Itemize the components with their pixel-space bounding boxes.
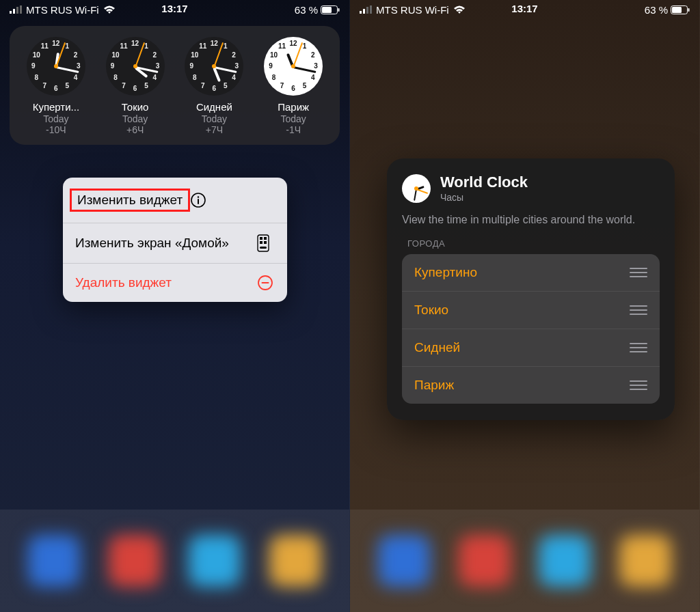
city-row[interactable]: Купертино [402, 254, 660, 292]
dock-app[interactable] [539, 535, 591, 587]
clock-city-label: Куперти... [19, 101, 93, 113]
svg-rect-0 [10, 11, 12, 14]
clock-app-icon [402, 174, 431, 203]
svg-rect-31 [630, 343, 647, 344]
svg-rect-25 [630, 268, 647, 269]
dock [350, 510, 699, 612]
dock-app[interactable] [619, 535, 671, 587]
svg-rect-6 [338, 8, 340, 12]
svg-rect-1 [13, 9, 15, 14]
svg-rect-30 [630, 314, 647, 315]
city-name-label: Париж [414, 378, 630, 393]
menu-edit-widget[interactable]: Изменить виджет [63, 178, 287, 223]
city-list: КупертиноТокиоСиднейПариж [402, 254, 660, 404]
svg-rect-3 [20, 5, 22, 14]
phone-left: MTS RUS Wi-Fi 13:17 63 % 123456789101112… [0, 0, 350, 612]
dock-app[interactable] [28, 535, 80, 587]
editor-subtitle: Часы [440, 192, 528, 203]
city-row[interactable]: Париж [402, 367, 660, 404]
svg-rect-14 [264, 241, 267, 244]
city-name-label: Токио [414, 303, 630, 318]
svg-rect-11 [260, 237, 262, 240]
clock-face: 123456789101112 [264, 37, 323, 96]
status-time: 13:17 [161, 3, 187, 14]
drag-handle-icon[interactable] [630, 343, 647, 352]
widget-context-menu: Изменить виджет Изменить экран «Домой» У… [63, 178, 287, 302]
svg-rect-21 [370, 5, 372, 14]
editor-title: World Clock [440, 173, 528, 191]
clock-day-label: Today [98, 113, 172, 124]
clock-offset-label: +6Ч [98, 124, 172, 135]
clock-day-label: Today [177, 113, 251, 124]
svg-rect-19 [363, 9, 365, 14]
battery-icon [321, 5, 340, 14]
svg-rect-34 [630, 380, 647, 382]
clock-face: 123456789101112 [185, 37, 243, 96]
signal-icon [360, 5, 372, 14]
battery-label: 63 % [295, 4, 318, 16]
city-name-label: Купертино [414, 265, 630, 280]
dock-app[interactable] [459, 535, 511, 587]
svg-rect-5 [322, 7, 332, 13]
drag-handle-icon[interactable] [630, 380, 647, 390]
svg-rect-28 [630, 305, 647, 307]
svg-rect-27 [630, 276, 647, 277]
home-edit-icon [257, 234, 275, 252]
svg-rect-9 [198, 199, 199, 204]
clock-city-label: Токио [98, 101, 172, 113]
drag-handle-icon[interactable] [630, 268, 647, 277]
svg-point-8 [198, 196, 199, 197]
svg-rect-26 [630, 272, 647, 273]
menu-item-label: Изменить виджет [77, 193, 183, 207]
city-row[interactable]: Токио [402, 292, 660, 329]
svg-rect-36 [630, 389, 647, 390]
clock-offset-label: +7Ч [177, 124, 251, 135]
svg-rect-20 [366, 7, 368, 14]
svg-rect-24 [688, 8, 690, 12]
svg-rect-17 [262, 282, 269, 283]
menu-delete-widget[interactable]: Удалить виджет [63, 264, 287, 302]
phone-right: MTS RUS Wi-Fi 13:17 63 % World Clock Час… [350, 0, 700, 612]
menu-item-label: Удалить виджет [75, 275, 257, 291]
info-icon [190, 192, 208, 208]
svg-rect-23 [672, 7, 682, 13]
drag-handle-icon[interactable] [630, 305, 647, 315]
signal-icon [10, 5, 22, 14]
editor-description: View the time in multiple cities around … [402, 212, 660, 227]
battery-icon [671, 5, 690, 14]
city-row[interactable]: Сидней [402, 329, 660, 367]
widget-editor: World Clock Часы View the time in multip… [387, 158, 675, 420]
svg-rect-33 [630, 351, 647, 352]
svg-rect-32 [630, 347, 647, 348]
clock-item[interactable]: 123456789101112ПарижToday-1Ч [256, 37, 330, 135]
clock-item[interactable]: 123456789101112ТокиоToday+6Ч [98, 37, 172, 135]
clock-day-label: Today [19, 113, 93, 124]
carrier-label: MTS RUS Wi-Fi [376, 4, 449, 16]
svg-rect-12 [264, 237, 267, 240]
svg-rect-29 [630, 309, 647, 311]
dock [0, 510, 349, 612]
clock-item[interactable]: 123456789101112Куперти...Today-10Ч [19, 37, 93, 135]
clock-offset-label: -1Ч [256, 124, 330, 135]
dock-app[interactable] [109, 535, 161, 587]
clock-day-label: Today [256, 113, 330, 124]
clock-item[interactable]: 123456789101112СиднейToday+7Ч [177, 37, 251, 135]
svg-rect-2 [16, 7, 18, 14]
clock-face: 123456789101112 [27, 37, 85, 96]
wifi-icon [103, 5, 116, 14]
dock-app[interactable] [378, 535, 430, 587]
svg-rect-13 [260, 241, 262, 244]
editor-section-title: ГОРОДА [407, 238, 660, 249]
menu-edit-home[interactable]: Изменить экран «Домой» [63, 223, 287, 264]
svg-rect-10 [258, 235, 269, 251]
status-bar: MTS RUS Wi-Fi 13:17 63 % [0, 0, 349, 19]
svg-rect-15 [260, 247, 267, 249]
menu-item-label: Изменить экран «Домой» [75, 235, 257, 251]
dock-app[interactable] [189, 535, 241, 587]
battery-label: 63 % [645, 4, 668, 16]
carrier-label: MTS RUS Wi-Fi [26, 4, 99, 16]
wifi-icon [453, 5, 466, 14]
world-clock-widget[interactable]: 123456789101112Куперти...Today-10Ч123456… [10, 26, 340, 145]
dock-app[interactable] [269, 535, 321, 587]
clock-face: 123456789101112 [106, 37, 165, 96]
